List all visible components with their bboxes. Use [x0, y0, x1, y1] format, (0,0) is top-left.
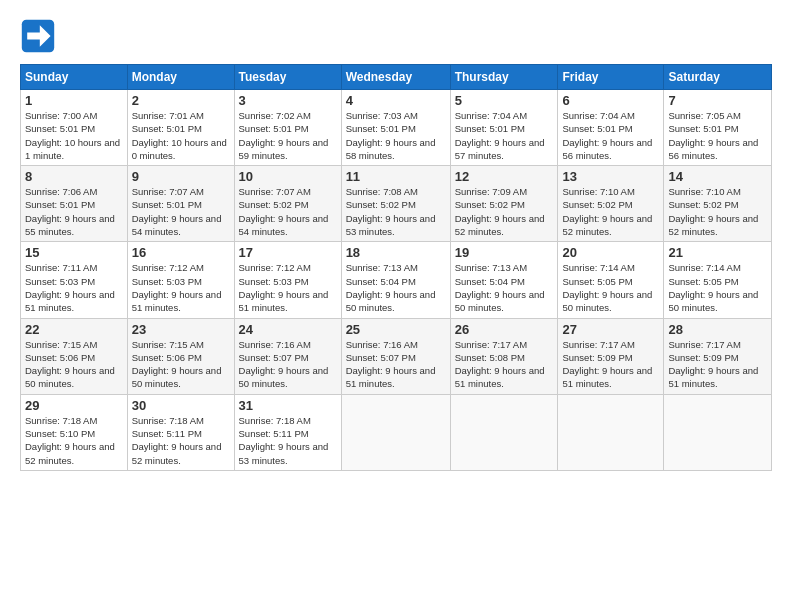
day-number: 6 [562, 93, 659, 108]
calendar-cell: 18 Sunrise: 7:13 AM Sunset: 5:04 PM Dayl… [341, 242, 450, 318]
day-number: 16 [132, 245, 230, 260]
day-info: Sunrise: 7:08 AM Sunset: 5:02 PM Dayligh… [346, 185, 446, 238]
calendar-week-row: 29 Sunrise: 7:18 AM Sunset: 5:10 PM Dayl… [21, 394, 772, 470]
day-info: Sunrise: 7:02 AM Sunset: 5:01 PM Dayligh… [239, 109, 337, 162]
calendar-cell: 30 Sunrise: 7:18 AM Sunset: 5:11 PM Dayl… [127, 394, 234, 470]
calendar-cell [558, 394, 664, 470]
calendar-body: 1 Sunrise: 7:00 AM Sunset: 5:01 PM Dayli… [21, 90, 772, 471]
day-number: 3 [239, 93, 337, 108]
logo [20, 18, 60, 54]
day-number: 23 [132, 322, 230, 337]
page: SundayMondayTuesdayWednesdayThursdayFrid… [0, 0, 792, 612]
calendar-cell: 27 Sunrise: 7:17 AM Sunset: 5:09 PM Dayl… [558, 318, 664, 394]
calendar-cell: 26 Sunrise: 7:17 AM Sunset: 5:08 PM Dayl… [450, 318, 558, 394]
calendar-cell: 22 Sunrise: 7:15 AM Sunset: 5:06 PM Dayl… [21, 318, 128, 394]
calendar-cell: 24 Sunrise: 7:16 AM Sunset: 5:07 PM Dayl… [234, 318, 341, 394]
day-number: 21 [668, 245, 767, 260]
calendar-cell: 9 Sunrise: 7:07 AM Sunset: 5:01 PM Dayli… [127, 166, 234, 242]
day-number: 1 [25, 93, 123, 108]
calendar-cell: 2 Sunrise: 7:01 AM Sunset: 5:01 PM Dayli… [127, 90, 234, 166]
day-of-week-header: Wednesday [341, 65, 450, 90]
day-info: Sunrise: 7:11 AM Sunset: 5:03 PM Dayligh… [25, 261, 123, 314]
calendar-week-row: 8 Sunrise: 7:06 AM Sunset: 5:01 PM Dayli… [21, 166, 772, 242]
day-info: Sunrise: 7:18 AM Sunset: 5:11 PM Dayligh… [132, 414, 230, 467]
day-number: 19 [455, 245, 554, 260]
calendar-cell: 17 Sunrise: 7:12 AM Sunset: 5:03 PM Dayl… [234, 242, 341, 318]
calendar-cell: 12 Sunrise: 7:09 AM Sunset: 5:02 PM Dayl… [450, 166, 558, 242]
day-info: Sunrise: 7:00 AM Sunset: 5:01 PM Dayligh… [25, 109, 123, 162]
day-number: 8 [25, 169, 123, 184]
calendar-cell: 13 Sunrise: 7:10 AM Sunset: 5:02 PM Dayl… [558, 166, 664, 242]
day-info: Sunrise: 7:15 AM Sunset: 5:06 PM Dayligh… [25, 338, 123, 391]
calendar-cell: 3 Sunrise: 7:02 AM Sunset: 5:01 PM Dayli… [234, 90, 341, 166]
day-info: Sunrise: 7:16 AM Sunset: 5:07 PM Dayligh… [346, 338, 446, 391]
day-number: 20 [562, 245, 659, 260]
day-info: Sunrise: 7:18 AM Sunset: 5:10 PM Dayligh… [25, 414, 123, 467]
calendar-cell: 7 Sunrise: 7:05 AM Sunset: 5:01 PM Dayli… [664, 90, 772, 166]
day-number: 2 [132, 93, 230, 108]
calendar-cell: 23 Sunrise: 7:15 AM Sunset: 5:06 PM Dayl… [127, 318, 234, 394]
calendar-cell: 19 Sunrise: 7:13 AM Sunset: 5:04 PM Dayl… [450, 242, 558, 318]
calendar-cell: 1 Sunrise: 7:00 AM Sunset: 5:01 PM Dayli… [21, 90, 128, 166]
header [20, 18, 772, 54]
day-info: Sunrise: 7:17 AM Sunset: 5:09 PM Dayligh… [668, 338, 767, 391]
day-number: 31 [239, 398, 337, 413]
day-info: Sunrise: 7:15 AM Sunset: 5:06 PM Dayligh… [132, 338, 230, 391]
day-number: 10 [239, 169, 337, 184]
day-info: Sunrise: 7:18 AM Sunset: 5:11 PM Dayligh… [239, 414, 337, 467]
day-info: Sunrise: 7:04 AM Sunset: 5:01 PM Dayligh… [455, 109, 554, 162]
day-of-week-header: Tuesday [234, 65, 341, 90]
calendar-week-row: 15 Sunrise: 7:11 AM Sunset: 5:03 PM Dayl… [21, 242, 772, 318]
day-number: 12 [455, 169, 554, 184]
day-info: Sunrise: 7:06 AM Sunset: 5:01 PM Dayligh… [25, 185, 123, 238]
day-number: 28 [668, 322, 767, 337]
calendar-table: SundayMondayTuesdayWednesdayThursdayFrid… [20, 64, 772, 471]
day-number: 15 [25, 245, 123, 260]
day-number: 17 [239, 245, 337, 260]
day-info: Sunrise: 7:13 AM Sunset: 5:04 PM Dayligh… [346, 261, 446, 314]
day-info: Sunrise: 7:10 AM Sunset: 5:02 PM Dayligh… [668, 185, 767, 238]
day-info: Sunrise: 7:04 AM Sunset: 5:01 PM Dayligh… [562, 109, 659, 162]
calendar-cell: 25 Sunrise: 7:16 AM Sunset: 5:07 PM Dayl… [341, 318, 450, 394]
calendar-cell: 21 Sunrise: 7:14 AM Sunset: 5:05 PM Dayl… [664, 242, 772, 318]
day-number: 22 [25, 322, 123, 337]
day-number: 24 [239, 322, 337, 337]
day-info: Sunrise: 7:05 AM Sunset: 5:01 PM Dayligh… [668, 109, 767, 162]
day-info: Sunrise: 7:12 AM Sunset: 5:03 PM Dayligh… [132, 261, 230, 314]
day-number: 11 [346, 169, 446, 184]
day-number: 4 [346, 93, 446, 108]
day-of-week-header: Monday [127, 65, 234, 90]
calendar-cell [341, 394, 450, 470]
day-info: Sunrise: 7:07 AM Sunset: 5:01 PM Dayligh… [132, 185, 230, 238]
day-info: Sunrise: 7:14 AM Sunset: 5:05 PM Dayligh… [562, 261, 659, 314]
calendar-cell: 29 Sunrise: 7:18 AM Sunset: 5:10 PM Dayl… [21, 394, 128, 470]
day-number: 18 [346, 245, 446, 260]
day-info: Sunrise: 7:13 AM Sunset: 5:04 PM Dayligh… [455, 261, 554, 314]
calendar-cell: 6 Sunrise: 7:04 AM Sunset: 5:01 PM Dayli… [558, 90, 664, 166]
calendar-cell: 10 Sunrise: 7:07 AM Sunset: 5:02 PM Dayl… [234, 166, 341, 242]
calendar-cell [664, 394, 772, 470]
calendar-week-row: 22 Sunrise: 7:15 AM Sunset: 5:06 PM Dayl… [21, 318, 772, 394]
day-info: Sunrise: 7:01 AM Sunset: 5:01 PM Dayligh… [132, 109, 230, 162]
day-info: Sunrise: 7:16 AM Sunset: 5:07 PM Dayligh… [239, 338, 337, 391]
day-info: Sunrise: 7:12 AM Sunset: 5:03 PM Dayligh… [239, 261, 337, 314]
day-info: Sunrise: 7:17 AM Sunset: 5:09 PM Dayligh… [562, 338, 659, 391]
day-info: Sunrise: 7:09 AM Sunset: 5:02 PM Dayligh… [455, 185, 554, 238]
calendar-cell [450, 394, 558, 470]
calendar-cell: 14 Sunrise: 7:10 AM Sunset: 5:02 PM Dayl… [664, 166, 772, 242]
day-of-week-header: Saturday [664, 65, 772, 90]
day-info: Sunrise: 7:17 AM Sunset: 5:08 PM Dayligh… [455, 338, 554, 391]
day-number: 26 [455, 322, 554, 337]
logo-icon [20, 18, 56, 54]
calendar-cell: 31 Sunrise: 7:18 AM Sunset: 5:11 PM Dayl… [234, 394, 341, 470]
day-number: 5 [455, 93, 554, 108]
calendar-cell: 16 Sunrise: 7:12 AM Sunset: 5:03 PM Dayl… [127, 242, 234, 318]
day-number: 13 [562, 169, 659, 184]
calendar-cell: 8 Sunrise: 7:06 AM Sunset: 5:01 PM Dayli… [21, 166, 128, 242]
day-info: Sunrise: 7:03 AM Sunset: 5:01 PM Dayligh… [346, 109, 446, 162]
day-number: 9 [132, 169, 230, 184]
calendar-cell: 5 Sunrise: 7:04 AM Sunset: 5:01 PM Dayli… [450, 90, 558, 166]
day-number: 7 [668, 93, 767, 108]
calendar-cell: 4 Sunrise: 7:03 AM Sunset: 5:01 PM Dayli… [341, 90, 450, 166]
calendar-cell: 11 Sunrise: 7:08 AM Sunset: 5:02 PM Dayl… [341, 166, 450, 242]
